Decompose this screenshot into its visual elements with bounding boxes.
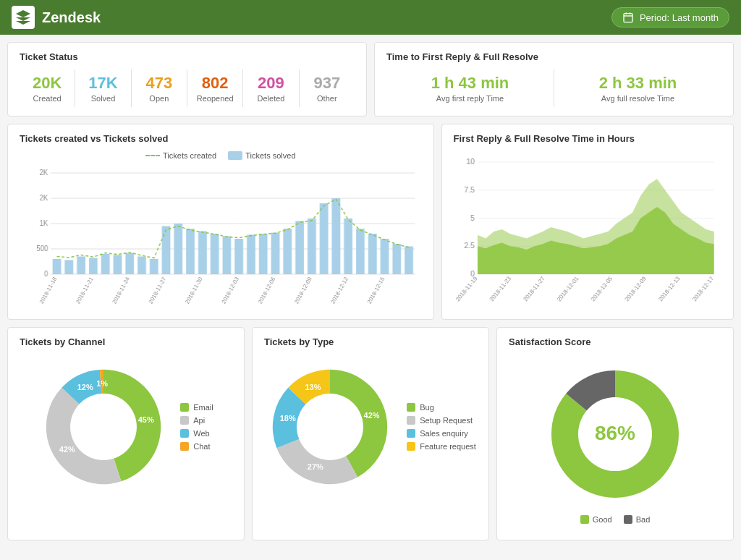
full-resolve-item: 2 h 33 min Avg full resolve Time (554, 69, 721, 107)
bar-chart (20, 166, 422, 310)
type-card: Tickets by Type Bug Setup Request Sales … (252, 327, 489, 540)
deleted-value: 209 (246, 74, 295, 93)
legend-bug: Bug (407, 403, 476, 412)
status-open: 473 Open (132, 69, 187, 107)
status-reopened: 802 Reopened (187, 69, 243, 107)
channel-card: Tickets by Channel Email Api Web (7, 327, 245, 540)
other-label: Other (302, 94, 352, 103)
sales-color (407, 429, 415, 438)
tickets-chart-title: Tickets created vs Tickets solved (20, 133, 422, 144)
web-label: Web (193, 429, 209, 438)
main-content: Ticket Status 20K Created 17K Solved 473… (0, 35, 741, 548)
legend-feature: Feature request (407, 442, 476, 451)
status-deleted: 209 Deleted (243, 69, 299, 107)
satisfaction-card: Satisfaction Score Good Bad (496, 327, 734, 540)
channel-donut-container: Email Api Web Chat (20, 355, 232, 499)
legend-bad: Bad (624, 515, 651, 524)
app-header: Zendesk Period: Last month (0, 0, 741, 35)
chat-color (180, 442, 189, 451)
good-color (580, 515, 589, 524)
solved-value: 17K (78, 74, 127, 93)
logo-text: Zendesk (42, 9, 101, 26)
channel-legend: Email Api Web Chat (180, 403, 213, 451)
legend-created-label: Tickets created (163, 151, 216, 160)
created-line-icon (145, 155, 160, 156)
channel-donut (38, 362, 169, 492)
first-reply-item: 1 h 43 min Avg first reply Time (386, 69, 554, 107)
status-other: 937 Other (300, 69, 355, 107)
bug-color (407, 403, 415, 412)
satisfaction-legend: Good Bad (580, 515, 651, 524)
legend-created: Tickets created (145, 151, 216, 160)
bug-label: Bug (420, 403, 434, 412)
setup-color (407, 416, 415, 425)
reply-chart-card: First Reply & Full Resolve Time in Hours (441, 124, 734, 320)
svg-rect-0 (624, 14, 632, 22)
legend-web: Web (180, 429, 213, 438)
ticket-status-card: Ticket Status 20K Created 17K Solved 473… (7, 42, 367, 116)
type-title: Tickets by Type (264, 336, 477, 347)
open-value: 473 (135, 74, 184, 93)
open-label: Open (135, 94, 184, 103)
satisfaction-container: Good Bad (509, 355, 721, 531)
status-created: 20K Created (20, 69, 75, 107)
logo-icon (12, 6, 35, 29)
legend-solved: Tickets solved (228, 151, 295, 160)
bottom-row: Tickets by Channel Email Api Web (7, 327, 734, 540)
api-label: Api (193, 416, 205, 425)
legend-sales: Sales enquiry (407, 429, 476, 438)
bad-label: Bad (636, 515, 651, 524)
legend-good: Good (580, 515, 612, 524)
chat-label: Chat (193, 442, 210, 451)
full-resolve-value: 2 h 33 min (557, 74, 719, 93)
top-row: Ticket Status 20K Created 17K Solved 473… (7, 42, 734, 116)
legend-solved-label: Tickets solved (245, 151, 295, 160)
full-resolve-label: Avg full resolve Time (557, 94, 719, 103)
feature-color (407, 442, 415, 451)
type-donut-container: Bug Setup Request Sales enquiry Feature … (264, 355, 477, 499)
created-label: Created (22, 94, 72, 103)
other-value: 937 (302, 74, 352, 93)
status-solved: 17K Solved (75, 69, 131, 107)
channel-title: Tickets by Channel (20, 336, 232, 347)
reopened-value: 802 (190, 74, 240, 93)
ticket-status-title: Ticket Status (20, 51, 355, 62)
legend-chat: Chat (180, 442, 213, 451)
created-value: 20K (22, 74, 72, 93)
logo: Zendesk (12, 6, 101, 29)
feature-label: Feature request (420, 442, 476, 451)
bad-color (624, 515, 632, 524)
tickets-created-solved-card: Tickets created vs Tickets solved Ticket… (7, 124, 434, 320)
sales-label: Sales enquiry (420, 429, 468, 438)
deleted-label: Deleted (246, 94, 295, 103)
type-donut (265, 362, 395, 492)
api-color (180, 416, 189, 425)
chart-legend: Tickets created Tickets solved (20, 151, 422, 160)
first-reply-value: 1 h 43 min (389, 74, 551, 93)
setup-label: Setup Request (420, 416, 473, 425)
status-items: 20K Created 17K Solved 473 Open 802 Reop… (20, 69, 355, 107)
time-reply-title: Time to First Reply & Full Resolve (386, 51, 721, 62)
reopened-label: Reopened (190, 94, 240, 103)
solved-label: Solved (78, 94, 127, 103)
satisfaction-donut (543, 362, 687, 506)
middle-row: Tickets created vs Tickets solved Ticket… (7, 124, 734, 320)
web-color (180, 429, 189, 438)
legend-api: Api (180, 416, 213, 425)
area-chart (454, 151, 721, 310)
type-legend: Bug Setup Request Sales enquiry Feature … (407, 403, 476, 451)
satisfaction-title: Satisfaction Score (509, 336, 721, 347)
period-button[interactable]: Period: Last month (611, 7, 729, 27)
reply-chart-title: First Reply & Full Resolve Time in Hours (454, 133, 721, 144)
good-label: Good (593, 515, 612, 524)
solved-bar-icon (228, 151, 242, 160)
legend-email: Email (180, 403, 213, 412)
email-color (180, 403, 189, 412)
first-reply-label: Avg first reply Time (389, 94, 551, 103)
email-label: Email (193, 403, 213, 412)
time-reply-card: Time to First Reply & Full Resolve 1 h 4… (374, 42, 734, 116)
legend-setup: Setup Request (407, 416, 476, 425)
time-items: 1 h 43 min Avg first reply Time 2 h 33 m… (386, 69, 721, 107)
period-label: Period: Last month (640, 12, 719, 23)
